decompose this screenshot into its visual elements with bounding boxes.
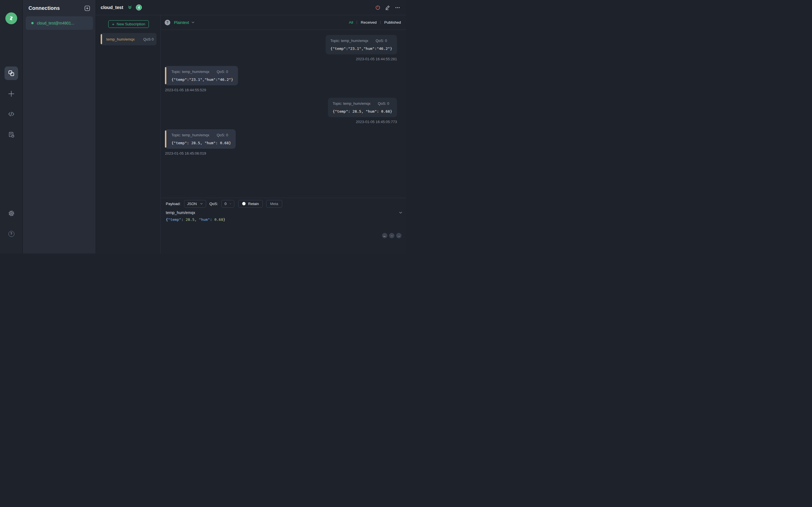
message-topic: Topic: temp_hum/emqx (171, 133, 209, 137)
message-received: Topic: temp_hum/emqx QoS: 0 {"temp": 28.… (165, 129, 236, 156)
sidebar-item-settings[interactable] (6, 208, 17, 219)
connections-panel: Connections cloud_test@m4801... (23, 0, 96, 253)
double-chevron-down-icon (127, 5, 133, 10)
subscription-item[interactable]: temp_hum/emqx QoS 0 (101, 33, 156, 45)
sidebar-item-help[interactable]: ? (6, 228, 17, 239)
retain-label: Retain (248, 202, 259, 206)
more-options-button[interactable] (395, 5, 400, 10)
subscription-qos: QoS 0 (143, 37, 154, 41)
qos-label: QoS: (209, 202, 218, 206)
payload-help-icon[interactable]: ? (165, 20, 170, 25)
power-icon (375, 5, 380, 10)
history-remove-button[interactable]: − (389, 233, 395, 238)
sidebar-item-log[interactable] (6, 129, 17, 140)
history-back-button[interactable]: ← (382, 233, 388, 238)
chevron-down-icon (191, 20, 195, 24)
filter-all[interactable]: All (349, 20, 353, 24)
collapse-all-button[interactable] (127, 5, 133, 10)
payload-format-value: JSON (187, 202, 197, 206)
payload-format-select[interactable]: JSON (184, 200, 206, 208)
message-bubble[interactable]: Topic: temp_hum/emqx QoS: 0 {"temp": 28.… (328, 98, 397, 117)
plus-icon (8, 90, 15, 98)
code-icon (8, 110, 15, 118)
subscription-topic: temp_hum/emqx (106, 37, 135, 41)
message-published: Topic: temp_hum/emqx QoS: 0 {"temp": 28.… (328, 98, 397, 124)
retain-dot-icon (242, 202, 246, 205)
connection-title: cloud_test (101, 5, 123, 10)
filter-received[interactable]: Received (361, 20, 376, 24)
mqttx-logo-icon (8, 15, 15, 22)
message-published: Topic: temp_hum/emqx QoS: 0 {"temp":"23.… (326, 35, 397, 61)
new-subscription-button[interactable]: + New Subscription (108, 20, 149, 28)
topbar-actions (375, 5, 400, 10)
topic-row (166, 210, 403, 216)
message-topic: Topic: temp_hum/emqx (331, 39, 368, 43)
message-timestamp: 2023-01-05 16:45:05:773 (356, 120, 397, 124)
edit-connection-button[interactable] (385, 5, 391, 10)
message-filters: All Received Published (349, 20, 401, 24)
meta-button[interactable]: Meta (266, 200, 282, 208)
connection-status-dot (31, 22, 34, 24)
chevron-down-icon (200, 202, 203, 205)
message-timestamp: 2023-01-05 16:44:55:529 (165, 88, 206, 92)
connection-item[interactable]: cloud_test@m4801... (26, 16, 93, 30)
sidebar-item-script[interactable] (6, 108, 17, 120)
mqttx-logo (5, 12, 17, 24)
disconnect-button[interactable] (375, 5, 380, 10)
filter-divider (357, 20, 357, 24)
message-bubble[interactable]: Topic: temp_hum/emqx QoS: 0 {"temp": 28.… (165, 129, 236, 149)
topic-input[interactable] (166, 210, 278, 215)
filter-published[interactable]: Published (384, 20, 401, 24)
publish-toolbar: Payload: JSON QoS: 0 Retain Meta (166, 200, 282, 208)
format-dropdown[interactable]: Plaintext (174, 20, 195, 25)
help-icon: ? (8, 231, 14, 237)
message-payload: {"temp":"23.1","hum":"46.2"} (171, 77, 233, 82)
publish-panel: Payload: JSON QoS: 0 Retain Meta (161, 198, 406, 253)
sidebar-item-connections[interactable] (4, 66, 18, 80)
message-qos: QoS: 0 (375, 39, 387, 43)
qos-select[interactable]: 0 (221, 200, 234, 208)
message-received: Topic: temp_hum/emqx QoS: 0 {"temp":"23.… (165, 66, 238, 92)
chevron-down-icon (230, 202, 232, 205)
message-payload: {"temp": 28.5, "hum": 0.68} (171, 141, 231, 145)
payload-format-label: Payload: (166, 202, 181, 206)
message-meta: Topic: temp_hum/emqx QoS: 0 (331, 39, 392, 43)
sidebar-item-new-connection[interactable] (6, 88, 17, 100)
history-forward-button[interactable]: → (396, 233, 402, 238)
message-meta: Topic: temp_hum/emqx QoS: 0 (333, 101, 392, 106)
plus-square-icon (85, 6, 90, 11)
messages-toolbar: ? Plaintext All Received Published (161, 15, 406, 30)
connection-name: cloud_test@m4801... (37, 21, 74, 25)
message-history-nav: ← − → (382, 233, 402, 238)
message-qos: QoS: 0 (216, 69, 228, 74)
log-icon (8, 131, 15, 138)
message-topic: Topic: temp_hum/emqx (333, 101, 370, 106)
mqttx-window: ? Connections cloud_test@m4801... cloud_… (0, 0, 406, 253)
message-meta: Topic: temp_hum/emqx QoS: 0 (171, 69, 233, 74)
message-meta: Topic: temp_hum/emqx QoS: 0 (171, 133, 231, 137)
connections-title: Connections (29, 5, 60, 11)
add-connection-button[interactable] (84, 5, 90, 11)
message-bubble[interactable]: Topic: temp_hum/emqx QoS: 0 {"temp":"23.… (326, 35, 397, 54)
retain-toggle[interactable]: Retain (238, 200, 263, 208)
gear-icon (8, 210, 15, 217)
plus-icon: + (112, 22, 114, 26)
message-timestamp: 2023-01-05 16:45:06:019 (165, 151, 206, 156)
unread-count-badge: 4 (136, 4, 142, 10)
icon-rail: ? (0, 0, 22, 253)
connection-topbar: cloud_test 4 (96, 0, 406, 15)
message-qos: QoS: 0 (378, 101, 389, 106)
help-glyph: ? (10, 232, 12, 236)
payload-editor[interactable]: {"temp": 28.5, "hum": 0.68} (166, 217, 225, 222)
message-bubble[interactable]: Topic: temp_hum/emqx QoS: 0 {"temp":"23.… (165, 66, 238, 86)
messages-panel: ? Plaintext All Received Published Topic… (161, 15, 406, 253)
new-subscription-label: New Subscription (117, 22, 145, 26)
message-qos: QoS: 0 (216, 133, 228, 137)
message-payload: {"temp": 28.5, "hum": 0.68} (333, 109, 392, 114)
ellipsis-icon (395, 5, 400, 10)
message-payload: {"temp":"23.1","hum":"46.2"} (331, 47, 392, 51)
message-topic: Topic: temp_hum/emqx (171, 69, 209, 74)
pencil-icon (385, 5, 391, 10)
collapse-editor-button[interactable] (399, 211, 403, 215)
question-glyph: ? (166, 20, 168, 24)
